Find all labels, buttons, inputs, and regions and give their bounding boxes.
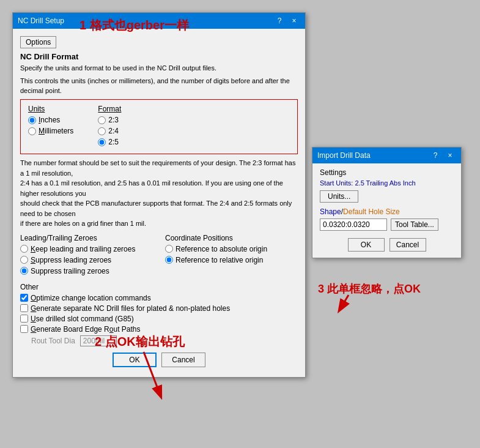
- cb1-checkbox[interactable]: [20, 294, 28, 302]
- section-title: NC Drill Format: [20, 52, 298, 61]
- cb1-label[interactable]: Optimize change location commands: [31, 294, 151, 302]
- nc-drill-ok-button[interactable]: OK: [113, 353, 157, 367]
- format-25-radio[interactable]: [98, 138, 106, 146]
- import-start-units: Start Units: 2.5 Trailing Abs Inch: [320, 179, 454, 187]
- inches-label[interactable]: Inches: [39, 116, 60, 124]
- cp1-radio[interactable]: [165, 245, 173, 253]
- section-desc3: The number format should be set to suit …: [20, 158, 298, 229]
- format-24-label[interactable]: 2:4: [108, 127, 119, 135]
- lt3-label[interactable]: Suppress trailing zeroes: [31, 267, 109, 275]
- import-drill-dialog: Import Drill Data ? × Settings Start Uni…: [312, 147, 462, 258]
- hole-size-input[interactable]: [320, 218, 387, 231]
- rout-tool-dia-label: Rout Tool Dia: [31, 337, 75, 345]
- rout-row: Rout Tool Dia: [20, 335, 298, 346]
- hole-size-row: Tool Table...: [320, 218, 454, 231]
- import-content: Settings Start Units: 2.5 Trailing Abs I…: [312, 163, 461, 258]
- cp2-radio[interactable]: [165, 256, 173, 264]
- annotation-3: 3 此单框忽略，点OK: [318, 282, 421, 296]
- radio-lt1-row: Keep leading and trailing zeroes: [20, 245, 153, 253]
- format-col: Format 2:3 2:4 2:5: [98, 105, 121, 149]
- units-label: Units: [28, 105, 73, 113]
- import-title: Import Drill Data: [317, 151, 371, 160]
- units-col: Units Inches Millimeters: [28, 105, 73, 149]
- radio-f25-row: 2:5: [98, 138, 121, 146]
- format-24-radio[interactable]: [98, 127, 106, 135]
- import-cancel-button[interactable]: Cancel: [390, 238, 426, 252]
- format-label: Format: [98, 105, 121, 113]
- coordinate-section: Coordinate Positions Reference to absolu…: [165, 234, 298, 278]
- units-format-box: Units Inches Millimeters Format 2:3: [20, 99, 298, 154]
- two-col-section: Leading/Trailing Zeroes Keep leading and…: [20, 234, 298, 278]
- leading-trailing-section: Leading/Trailing Zeroes Keep leading and…: [20, 234, 153, 278]
- nc-drill-content: Options NC Drill Format Specify the unit…: [13, 29, 305, 377]
- close-button[interactable]: ×: [288, 15, 300, 26]
- import-units-button[interactable]: Units...: [320, 190, 358, 203]
- millimeters-label[interactable]: Millimeters: [39, 127, 73, 135]
- cp1-label[interactable]: Reference to absolute origin: [175, 245, 267, 253]
- coord-label: Coordinate Positions: [165, 234, 298, 242]
- lt2-radio[interactable]: [20, 256, 28, 264]
- radio-f23-row: 2:3: [98, 116, 121, 124]
- nc-drill-title: NC Drill Setup: [18, 17, 64, 25]
- section-desc2: This controls the units (inches or milli…: [20, 77, 298, 95]
- import-hole-size-label: Shape/Default Hole Size: [320, 207, 454, 216]
- radio-f24-row: 2:4: [98, 127, 121, 135]
- radio-lt3-row: Suppress trailing zeroes: [20, 267, 153, 275]
- options-menu-button[interactable]: Options: [20, 36, 56, 48]
- lt-label: Leading/Trailing Zeroes: [20, 234, 153, 242]
- help-button[interactable]: ?: [273, 15, 286, 26]
- format-25-label[interactable]: 2:5: [108, 138, 119, 146]
- cb1-row: Optimize change location commands: [20, 294, 298, 302]
- titlebar-controls: ? ×: [273, 15, 300, 26]
- radio-inches-row: Inches: [28, 116, 73, 124]
- import-settings-label: Settings: [320, 168, 454, 177]
- lt1-label[interactable]: Keep leading and trailing zeroes: [31, 245, 135, 253]
- format-23-radio[interactable]: [98, 116, 106, 124]
- lt1-radio[interactable]: [20, 245, 28, 253]
- other-section: Other Optimize change location commands …: [20, 283, 298, 346]
- radio-lt2-row: Suppress leading zeroes: [20, 256, 153, 264]
- import-titlebar-controls: ? ×: [429, 150, 456, 161]
- cb2-checkbox[interactable]: [20, 304, 28, 312]
- cb3-checkbox[interactable]: [20, 315, 28, 323]
- other-label: Other: [20, 283, 298, 291]
- nc-drill-titlebar: NC Drill Setup ? ×: [13, 13, 305, 29]
- inches-radio[interactable]: [28, 116, 36, 124]
- cb2-label[interactable]: Generate separate NC Drill files for pla…: [31, 304, 230, 313]
- cb3-row: Use drilled slot command (G85): [20, 315, 298, 323]
- import-close-button[interactable]: ×: [444, 150, 456, 161]
- tool-table-button[interactable]: Tool Table...: [391, 218, 438, 231]
- section-desc1: Specify the units and format to be used …: [20, 64, 298, 73]
- millimeters-radio[interactable]: [28, 127, 36, 135]
- nc-drill-cancel-button[interactable]: Cancel: [161, 353, 205, 367]
- radio-mm-row: Millimeters: [28, 127, 73, 135]
- lt3-radio[interactable]: [20, 267, 28, 275]
- cb3-label[interactable]: Use drilled slot command (G85): [31, 315, 134, 323]
- radio-cp2-row: Reference to relative origin: [165, 256, 298, 264]
- import-ok-button[interactable]: OK: [348, 238, 385, 252]
- radio-cp1-row: Reference to absolute origin: [165, 245, 298, 253]
- nc-drill-buttons: OK Cancel: [20, 346, 298, 371]
- cp2-label[interactable]: Reference to relative origin: [175, 256, 263, 264]
- cb2-row: Generate separate NC Drill files for pla…: [20, 304, 298, 313]
- cb4-row: Generate Board Edge Rout Paths: [20, 325, 298, 334]
- lt2-label[interactable]: Suppress leading zeroes: [31, 256, 111, 264]
- menu-bar: Options: [20, 34, 298, 52]
- import-buttons: OK Cancel: [320, 236, 454, 252]
- svg-line-3: [339, 295, 349, 310]
- cb4-checkbox[interactable]: [20, 325, 28, 333]
- import-help-button[interactable]: ?: [429, 150, 441, 161]
- nc-drill-dialog: NC Drill Setup ? × Options NC Drill Form…: [12, 12, 306, 378]
- rout-tool-dia-input[interactable]: [80, 335, 117, 346]
- import-titlebar: Import Drill Data ? ×: [312, 147, 461, 163]
- format-23-label[interactable]: 2:3: [108, 116, 119, 124]
- cb4-label[interactable]: Generate Board Edge Rout Paths: [31, 325, 140, 334]
